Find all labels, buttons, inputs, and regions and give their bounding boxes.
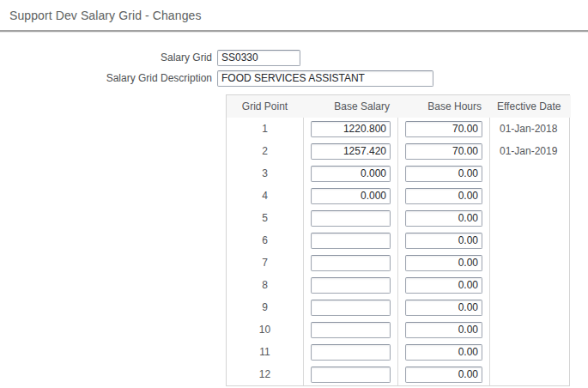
base-hours-input[interactable]	[405, 166, 482, 182]
effective-date-label	[489, 296, 571, 318]
base-salary-cell	[303, 162, 397, 185]
base-salary-input[interactable]	[311, 255, 391, 271]
base-salary-input[interactable]	[311, 188, 391, 204]
base-hours-input[interactable]	[405, 277, 482, 294]
effective-date-label	[489, 274, 571, 296]
base-salary-cell	[303, 296, 397, 318]
grid-point-label: 2	[227, 140, 303, 162]
base-salary-input[interactable]	[311, 210, 391, 227]
base-salary-cell	[303, 229, 397, 252]
base-hours-input[interactable]	[405, 210, 482, 227]
base-salary-input[interactable]	[311, 277, 391, 294]
salary-grid-description-row: Salary Grid Description	[0, 70, 588, 87]
base-hours-cell	[397, 341, 489, 363]
effective-date-label: 01-Jan-2018	[489, 118, 571, 140]
salary-grid-description-label: Salary Grid Description	[0, 72, 217, 84]
base-salary-cell	[303, 318, 397, 341]
effective-date-label	[489, 318, 571, 341]
base-salary-input[interactable]	[311, 344, 391, 361]
base-hours-input[interactable]	[405, 255, 482, 271]
base-hours-cell	[397, 207, 489, 229]
base-salary-input[interactable]	[311, 121, 391, 137]
base-hours-cell	[397, 118, 489, 140]
base-salary-input[interactable]	[311, 166, 391, 182]
effective-date-label: 01-Jan-2019	[489, 140, 571, 162]
grid-point-label: 8	[227, 274, 303, 296]
base-hours-cell	[397, 162, 489, 185]
base-hours-cell	[397, 318, 489, 341]
base-salary-input[interactable]	[311, 300, 391, 316]
salary-grid-form: Salary Grid Salary Grid Description	[0, 49, 588, 87]
title-divider	[0, 30, 588, 33]
grid-point-label: 3	[227, 162, 303, 185]
base-hours-input[interactable]	[405, 188, 482, 204]
page-title: Support Dev Salary Grid - Changes	[0, 0, 588, 22]
grid-point-label: 7	[227, 252, 303, 274]
base-hours-cell	[397, 363, 489, 385]
salary-grid-input[interactable]	[217, 50, 300, 66]
grid-point-label: 10	[227, 318, 303, 341]
base-salary-cell	[303, 363, 397, 385]
column-header-effective-date: Effective Date	[489, 95, 571, 118]
base-salary-cell	[303, 140, 397, 162]
column-header-grid-point: Grid Point	[227, 95, 303, 118]
effective-date-label	[489, 363, 571, 385]
effective-date-label	[489, 341, 571, 363]
base-hours-input[interactable]	[405, 322, 482, 338]
base-hours-input[interactable]	[405, 143, 482, 160]
column-header-base-salary: Base Salary	[303, 95, 397, 118]
base-hours-cell	[397, 140, 489, 162]
base-salary-input[interactable]	[311, 367, 391, 383]
effective-date-label	[489, 252, 571, 274]
grid-point-label: 9	[227, 296, 303, 318]
base-salary-cell	[303, 274, 397, 296]
base-hours-cell	[397, 274, 489, 296]
base-hours-input[interactable]	[405, 300, 482, 316]
base-hours-cell	[397, 229, 489, 252]
base-hours-cell	[397, 252, 489, 274]
grid-point-label: 11	[227, 341, 303, 363]
grid-point-label: 6	[227, 229, 303, 252]
base-salary-input[interactable]	[311, 143, 391, 160]
base-salary-cell	[303, 207, 397, 229]
grid-point-label: 4	[227, 185, 303, 207]
salary-grid-description-input[interactable]	[217, 70, 433, 87]
salary-grid-table: Grid Point Base Salary Base Hours Effect…	[226, 94, 570, 386]
base-hours-input[interactable]	[405, 121, 482, 137]
salary-grid-row: Salary Grid	[0, 49, 588, 66]
base-salary-input[interactable]	[311, 233, 391, 249]
effective-date-label	[489, 207, 571, 229]
base-salary-input[interactable]	[311, 322, 391, 338]
grid-point-label: 5	[227, 207, 303, 229]
base-salary-cell	[303, 185, 397, 207]
grid-point-label: 1	[227, 118, 303, 140]
base-hours-input[interactable]	[405, 233, 482, 249]
effective-date-label	[489, 162, 571, 185]
salary-grid-label: Salary Grid	[0, 52, 217, 64]
effective-date-label	[489, 185, 571, 207]
effective-date-label	[489, 229, 571, 252]
base-salary-cell	[303, 252, 397, 274]
base-hours-input[interactable]	[405, 344, 482, 361]
column-header-base-hours: Base Hours	[397, 95, 489, 118]
base-hours-input[interactable]	[405, 367, 482, 383]
base-hours-cell	[397, 296, 489, 318]
base-salary-cell	[303, 341, 397, 363]
grid-point-label: 12	[227, 363, 303, 385]
base-salary-cell	[303, 118, 397, 140]
base-hours-cell	[397, 185, 489, 207]
